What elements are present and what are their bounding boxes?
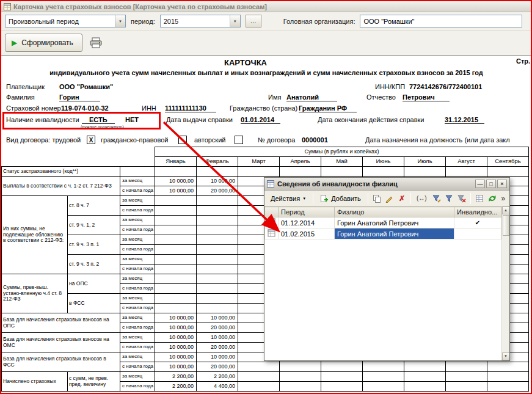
maximize-icon[interactable]: □ [486,180,496,188]
popup-toolbar: Действия ▼ Добавить [264,191,509,206]
org-input[interactable] [360,15,522,27]
scroll-thumb[interactable] [503,215,509,236]
column-period[interactable]: Период [279,207,335,217]
refresh-icon [488,194,497,203]
period-cell[interactable]: 01.12.2014 [279,217,335,228]
grid-cell: 20 000,00 [197,343,238,352]
copy-button[interactable] [371,192,382,205]
row-label: База для начисления страховых взносов на… [2,313,120,333]
chevron-down-icon[interactable]: ▼ [115,15,125,27]
chevron-down-icon[interactable]: ▼ [230,15,240,27]
list-settings-button[interactable] [474,192,485,205]
popup-titlebar: Сведения об инвалидности физлиц — □ × [264,178,509,191]
list-icon [267,180,274,188]
disability-check[interactable] [454,228,501,239]
contract-labor-checkbox: X [87,136,95,144]
middlename-label: Отчество [366,93,396,101]
period-more-button[interactable]: ... [246,15,261,27]
month-header: Апрель [280,157,321,167]
row-sublabel: ст. 9 ч. 3 п. 1 [68,235,120,255]
window-titlebar: Карточка учета страховых взносов [Карточ… [1,1,531,12]
vertical-scrollbar[interactable]: ▲ ▼ [501,206,509,360]
person-cell[interactable]: Горин Анатолий Петрович [335,217,454,228]
filter-sort-button[interactable] [431,192,442,205]
grid-cell: 10 000,00 [155,313,197,323]
person-cell-selected[interactable]: Горин Анатолий Петрович [335,228,454,239]
grid-cell: 10 000,00 [197,177,238,186]
period-cell[interactable]: 01.02.2015 [279,228,335,239]
lastname-value: Горин [59,93,100,101]
month-header: Февраль [197,157,238,167]
grid-cell: 10 000,00 [155,177,197,186]
filter-off-button[interactable] [456,192,467,205]
period-type-combobox[interactable]: Произвольный период ▼ [5,15,126,27]
disability-table: Период Физлицо Инвалидно... 01.12.2 [264,206,501,239]
add-button[interactable]: Добавить [316,192,365,205]
table-row[interactable]: 01.12.2014 Горин Анатолий Петрович ✔ [265,217,501,228]
scroll-down-icon[interactable]: ▼ [502,352,510,360]
doc-subtitle: индивидуального учета сумм начисленных в… [24,69,508,76]
popup-title: Сведения об инвалидности физлиц [277,180,398,188]
interval-icon: (↔) [417,195,427,202]
citizenship-label: Гражданство (страна) [230,104,297,112]
table-row[interactable]: 01.02.2015 Горин Анатолий Петрович [265,228,501,239]
lastname-label: Фамилия [6,93,35,101]
popup-list-area: Период Физлицо Инвалидно... 01.12.2 [264,206,509,360]
person-inn-value: 111111111130 [165,104,216,112]
grid-cell: 10 000,00 [197,333,238,343]
expire-date: 31.12.2015 [445,116,484,124]
generate-button[interactable]: ▶ Сформировать [5,34,82,52]
filter-off-icon [457,194,466,203]
row-sublabel: ст. 9 ч. 3 п. 2 [68,255,120,274]
month-header: Март [238,157,280,167]
grid-cell: 2 200,00 [155,372,197,382]
month-header: Сентябрь [487,157,529,167]
action-toolbar: ▶ Сформировать [1,31,531,56]
snils-label: Страховой номер [6,104,61,112]
column-disability[interactable]: Инвалидно... [454,207,501,217]
month-header: Июль [404,157,446,167]
toolbar-overflow-chevron[interactable]: » [499,194,507,203]
scroll-up-icon[interactable]: ▲ [502,206,510,214]
generate-label: Сформировать [21,38,73,47]
column-person[interactable]: Физлицо [335,207,454,217]
delete-button[interactable]: ✗ [396,192,407,205]
minimize-icon[interactable]: — [475,180,485,188]
contract-author-label: авторский [194,136,225,144]
row-label: Начислено страховых [2,372,68,392]
record-icon [268,229,275,237]
row-label: База для начисления страховых взносов в … [2,352,120,372]
expire-label: Дата окончания действия справки [318,116,424,123]
delete-x-icon: ✗ [399,194,405,203]
row-sublabel: с сумм, не прев. пред. величину [68,372,120,392]
row-sublabel: ст. 9 ч. 1, 2 [68,216,120,235]
sums-header: Суммы (в рублях и копейках) [155,147,529,157]
interval-button[interactable]: (↔) [414,192,429,205]
issue-date: 01.01.2014 [241,116,280,124]
grid-cell: 10 000,00 [155,323,197,333]
actions-button[interactable]: Действия ▼ [267,192,310,205]
print-button[interactable] [87,34,104,51]
copy-icon [373,194,381,203]
row-label: Статус застрахованного (код**) [2,167,120,177]
contract-civil-label: гражданско-правовой [101,136,168,144]
printer-icon [90,37,102,48]
grid-cell: 20 000,00 [197,323,238,333]
firstname-value: Анатолий [286,93,337,101]
filter-button[interactable] [443,192,454,205]
grid-cell: 4 400,00 [197,382,238,392]
disability-list-window: Сведения об инвалидности физлиц — □ × Де… [264,177,510,361]
annotation-highlight-box [2,112,161,130]
close-icon[interactable]: × [497,180,507,188]
period-combobox[interactable]: 2015 ▼ [160,15,241,27]
disability-check[interactable]: ✔ [454,217,501,228]
period-value: 2015 [161,18,230,25]
citizenship-value: Гражданин РФ [299,104,357,112]
row-sublabel: ст. 8 ч. 7 [68,196,120,216]
doc-title: КАРТОЧКА [62,58,429,67]
grid-cell: 20 000,00 [197,186,238,196]
issue-label: Дата выдачи справки [166,116,233,123]
refresh-button[interactable] [487,192,498,205]
edit-button[interactable] [384,192,395,205]
record-icon [268,218,275,226]
